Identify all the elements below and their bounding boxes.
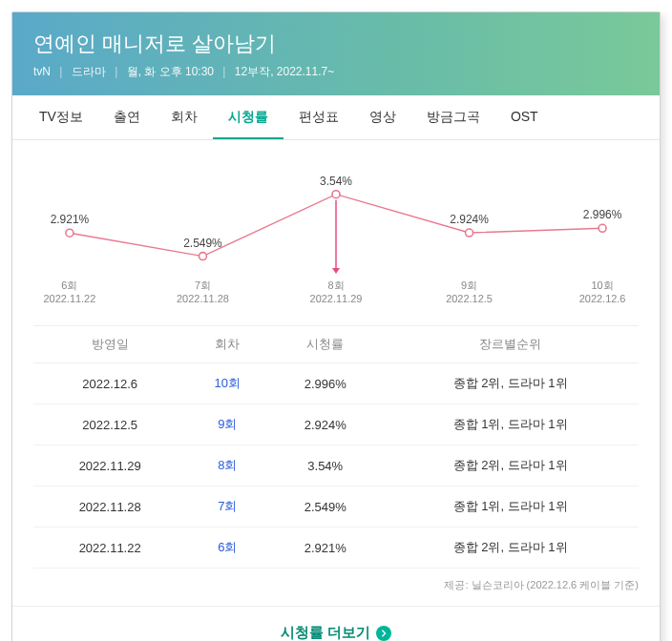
table-row: 2022.12.610회2.996%종합 2위, 드라마 1위 [33, 363, 639, 404]
cell-episode-link[interactable]: 7회 [186, 486, 268, 527]
chart-x-ep: 10회 [592, 279, 614, 291]
channel: tvN [33, 65, 51, 78]
chart-x-date: 2022.11.28 [177, 293, 229, 304]
data-source: 제공: 닐슨코리아 (2022.12.6 케이블 기준) [12, 569, 660, 606]
more-ratings-button[interactable]: 시청률 더보기 [281, 624, 391, 641]
schedule: 월, 화 오후 10:30 [127, 65, 214, 78]
chart-point [598, 224, 606, 232]
more-section: 시청률 더보기 [12, 606, 660, 641]
chevron-right-icon [376, 626, 391, 641]
chart-x-ep: 7회 [195, 279, 211, 291]
col-2: 시청률 [268, 326, 382, 363]
table-row: 2022.12.59회2.924%종합 1위, 드라마 1위 [33, 404, 639, 445]
tab-3[interactable]: 시청률 [213, 95, 284, 139]
tab-7[interactable]: OST [495, 95, 554, 139]
cell-episode-link[interactable]: 8회 [186, 445, 268, 486]
table-row: 2022.11.298회3.54%종합 2위, 드라마 1위 [33, 445, 639, 486]
cell-rating: 2.549% [268, 486, 382, 527]
table-row: 2022.11.226회2.921%종합 2위, 드라마 1위 [33, 527, 639, 569]
cell-rank: 종합 1위, 드라마 1위 [382, 486, 639, 527]
line-chart-svg: 2.921%6회2022.11.222.549%7회2022.11.283.54… [41, 161, 631, 314]
cell-episode-link[interactable]: 6회 [186, 527, 268, 569]
program-card: 연예인 매니저로 살아남기 tvN | 드라마 | 월, 화 오후 10:30 … [11, 11, 661, 641]
chart-point [199, 253, 206, 260]
chart-x-date: 2022.12.5 [446, 293, 493, 304]
cell-date: 2022.12.5 [33, 404, 186, 445]
chart-x-ep: 8회 [327, 279, 344, 291]
cell-episode-link[interactable]: 9회 [186, 404, 268, 445]
more-label: 시청률 더보기 [281, 624, 370, 641]
col-1: 회차 [186, 326, 268, 363]
chart-point [466, 229, 473, 237]
chart-value-label: 2.924% [450, 213, 489, 226]
chart-x-date: 2022.12.6 [579, 293, 626, 304]
chart-value-label: 3.54% [320, 175, 352, 188]
tab-5[interactable]: 영상 [354, 95, 411, 139]
cell-rank: 종합 2위, 드라마 1위 [382, 445, 639, 486]
cell-rating: 2.924% [268, 404, 382, 445]
chart-point [332, 191, 340, 198]
chart-point [66, 229, 74, 237]
ratings-table: 방영일회차시청률장르별순위 2022.12.610회2.996%종합 2위, 드… [33, 325, 639, 569]
cell-rank: 종합 2위, 드라마 1위 [382, 527, 639, 569]
chart-value-label: 2.996% [583, 208, 622, 221]
tab-2[interactable]: 회차 [156, 95, 213, 139]
cell-episode-link[interactable]: 10회 [186, 363, 268, 404]
chart-x-ep: 9회 [461, 279, 477, 291]
cell-date: 2022.11.28 [33, 486, 186, 527]
chart-x-date: 2022.11.22 [43, 293, 95, 304]
chart-value-label: 2.549% [183, 237, 222, 250]
program-header: 연예인 매니저로 살아남기 tvN | 드라마 | 월, 화 오후 10:30 … [12, 12, 660, 95]
table-row: 2022.11.287회2.549%종합 1위, 드라마 1위 [33, 486, 639, 527]
cell-rating: 2.921% [268, 527, 382, 569]
tab-6[interactable]: 방금그곡 [411, 95, 495, 139]
cell-date: 2022.11.29 [33, 445, 186, 486]
ratings-chart: 2.921%6회2022.11.222.549%7회2022.11.283.54… [12, 140, 660, 321]
cell-rating: 3.54% [268, 445, 382, 486]
chart-value-label: 2.921% [51, 213, 90, 226]
col-0: 방영일 [33, 326, 186, 363]
cell-rank: 종합 2위, 드라마 1위 [382, 363, 639, 404]
col-3: 장르별순위 [382, 326, 639, 363]
tab-1[interactable]: 출연 [98, 95, 156, 139]
program-title: 연예인 매니저로 살아남기 [33, 30, 639, 58]
cell-rating: 2.996% [268, 363, 382, 404]
chart-x-date: 2022.11.29 [310, 293, 363, 304]
genre: 드라마 [72, 65, 106, 78]
episodes-info: 12부작, 2022.11.7~ [235, 65, 334, 78]
program-meta: tvN | 드라마 | 월, 화 오후 10:30 | 12부작, 2022.1… [33, 64, 639, 80]
chart-x-ep: 6회 [61, 279, 77, 291]
tabs: TV정보출연회차시청률편성표영상방금그곡OST [12, 95, 660, 140]
cell-date: 2022.11.22 [33, 527, 186, 569]
cell-rank: 종합 1위, 드라마 1위 [382, 404, 639, 445]
tab-4[interactable]: 편성표 [284, 95, 354, 139]
cell-date: 2022.12.6 [33, 363, 186, 404]
tab-0[interactable]: TV정보 [24, 95, 98, 139]
